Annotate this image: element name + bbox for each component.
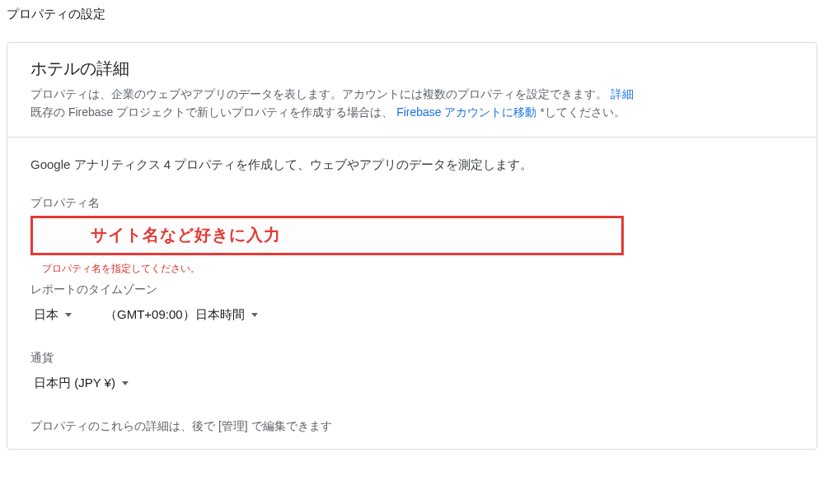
timezone-country-dropdown[interactable]: 日本 xyxy=(30,302,75,328)
timezone-row: 日本 （GMT+09:00）日本時間 xyxy=(30,302,794,328)
desc-text-3: *してください。 xyxy=(540,105,625,119)
currency-dropdown[interactable]: 日本円 (JPY ¥) xyxy=(30,371,132,396)
timezone-value: （GMT+09:00）日本時間 xyxy=(105,307,245,323)
property-name-label: プロパティ名 xyxy=(30,196,794,211)
annotation-overlay-text: サイト名など好きに入力 xyxy=(91,224,281,246)
currency-row: 日本円 (JPY ¥) xyxy=(30,371,794,396)
card-header: ホテルの詳細 プロパティは、企業のウェブやアプリのデータを表します。アカウントに… xyxy=(7,43,817,138)
property-name-input[interactable]: サイト名など好きに入力 xyxy=(30,216,624,255)
chevron-down-icon xyxy=(65,313,72,317)
footer-note: プロパティのこれらの詳細は、後で [管理] で編集できます xyxy=(30,419,794,434)
card-header-title: ホテルの詳細 xyxy=(30,58,797,80)
timezone-value-dropdown[interactable]: （GMT+09:00）日本時間 xyxy=(101,302,261,328)
firebase-account-link[interactable]: Firebase アカウントに移動 xyxy=(396,105,536,119)
currency-value: 日本円 (JPY ¥) xyxy=(34,376,115,391)
desc-text-2: 既存の Firebase プロジェクトで新しいプロパティを作成する場合は、 xyxy=(30,105,393,119)
timezone-country-value: 日本 xyxy=(34,307,59,323)
property-settings-card: ホテルの詳細 プロパティは、企業のウェブやアプリのデータを表します。アカウントに… xyxy=(7,42,817,450)
page-title: プロパティの設定 xyxy=(0,0,824,35)
property-name-error: プロパティ名を指定してください。 xyxy=(42,262,794,276)
card-body: Google アナリティクス 4 プロパティを作成して、ウェブやアプリのデータを… xyxy=(7,138,817,449)
chevron-down-icon xyxy=(122,381,129,385)
currency-label: 通貨 xyxy=(30,351,794,366)
intro-text: Google アナリティクス 4 プロパティを作成して、ウェブやアプリのデータを… xyxy=(30,157,794,173)
details-link[interactable]: 詳細 xyxy=(611,87,634,100)
chevron-down-icon xyxy=(251,313,258,317)
card-header-description: プロパティは、企業のウェブやアプリのデータを表します。アカウントには複数のプロパ… xyxy=(30,85,797,122)
timezone-label: レポートのタイムゾーン xyxy=(30,282,794,297)
property-name-field-group: プロパティ名 サイト名など好きに入力 プロパティ名を指定してください。 レポート… xyxy=(30,196,794,328)
currency-field-group: 通貨 日本円 (JPY ¥) xyxy=(30,351,794,396)
desc-text-1: プロパティは、企業のウェブやアプリのデータを表します。アカウントには複数のプロパ… xyxy=(30,87,607,100)
